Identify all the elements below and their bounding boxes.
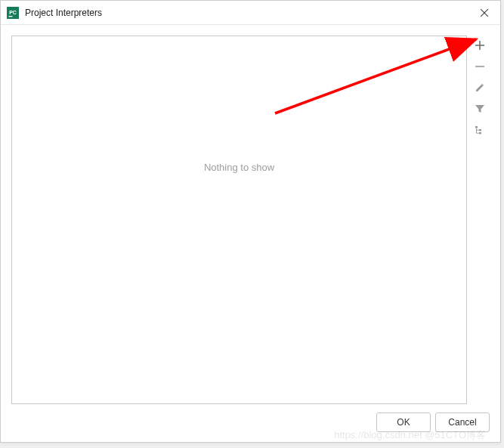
funnel-icon bbox=[475, 104, 485, 114]
add-button[interactable] bbox=[472, 39, 487, 52]
dialog-title: Project Interpreters bbox=[25, 8, 473, 18]
svg-rect-10 bbox=[479, 132, 481, 134]
pencil-icon bbox=[475, 82, 485, 93]
tree-icon bbox=[475, 125, 485, 135]
svg-text:PC: PC bbox=[9, 10, 17, 15]
svg-rect-2 bbox=[9, 16, 13, 17]
cancel-button[interactable]: Cancel bbox=[435, 412, 490, 432]
filter-button[interactable] bbox=[472, 102, 487, 116]
pycharm-icon: PC bbox=[7, 7, 19, 19]
main-row: Nothing to show bbox=[11, 36, 490, 404]
plus-icon bbox=[475, 40, 485, 51]
interpreter-list[interactable]: Nothing to show bbox=[11, 36, 467, 404]
close-button[interactable] bbox=[473, 2, 496, 24]
minus-icon bbox=[475, 61, 485, 72]
empty-state-text: Nothing to show bbox=[204, 162, 274, 173]
dialog-button-row: OK Cancel bbox=[11, 404, 490, 434]
svg-rect-8 bbox=[475, 126, 478, 128]
titlebar: PC Project Interpreters bbox=[1, 1, 500, 25]
remove-button[interactable] bbox=[472, 60, 487, 73]
edit-button[interactable] bbox=[472, 81, 487, 94]
svg-rect-9 bbox=[479, 129, 481, 131]
close-icon bbox=[481, 9, 488, 17]
dialog-content: Nothing to show bbox=[1, 25, 500, 442]
project-interpreters-dialog: PC Project Interpreters Nothing to show bbox=[0, 0, 501, 443]
list-toolbar bbox=[470, 36, 490, 404]
show-paths-button[interactable] bbox=[472, 123, 487, 137]
ok-button[interactable]: OK bbox=[376, 412, 431, 432]
